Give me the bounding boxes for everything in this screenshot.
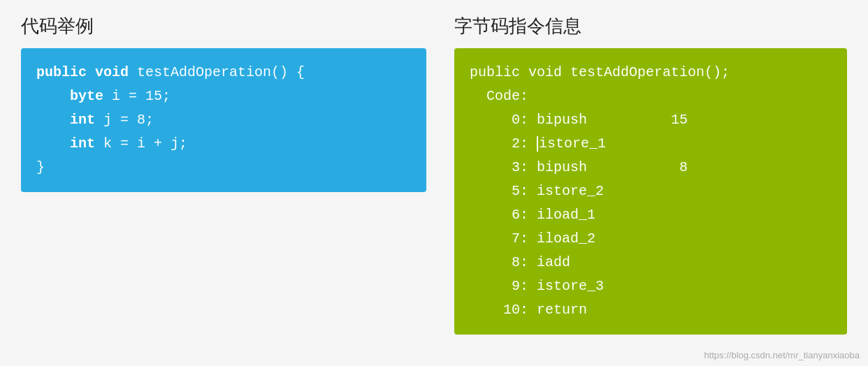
bytecode-line-2: 0: bipush 15	[470, 108, 832, 132]
code-indent	[36, 88, 70, 104]
code-close: }	[36, 159, 45, 175]
code-box: public void testAddOperation() { byte i …	[21, 48, 426, 192]
bytecode-line-6: 6: iload_1	[470, 203, 832, 227]
code-indent2	[36, 112, 70, 128]
kw-int1: int	[70, 112, 95, 128]
bytecode-box: public void testAddOperation(); Code: 0:…	[454, 48, 847, 335]
bytecode-line-4: 3: bipush 8	[470, 156, 832, 180]
code-line-5: }	[36, 156, 411, 180]
code-method-rest: testAddOperation() {	[129, 64, 305, 80]
bytecode-line-5: 5: istore_2	[470, 180, 832, 203]
left-title: 代码举例	[21, 14, 426, 38]
code-line-3: int j = 8;	[36, 108, 411, 132]
code-byte-rest: i = 15;	[103, 88, 171, 104]
bytecode-line-9: 9: istore_3	[470, 274, 832, 298]
kw-byte: byte	[70, 88, 103, 104]
bytecode-line-1: Code:	[470, 85, 832, 108]
code-line-2: byte i = 15;	[36, 85, 411, 108]
code-int1-rest: j = 8;	[95, 112, 154, 128]
right-title: 字节码指令信息	[454, 14, 847, 38]
main-container: 代码举例 public void testAddOperation() { by…	[0, 0, 868, 366]
kw-public-void: public void	[36, 64, 129, 80]
kw-int2: int	[70, 136, 95, 152]
bytecode-line-0: public void testAddOperation();	[470, 61, 832, 85]
code-indent3	[36, 136, 70, 152]
left-panel: 代码举例 public void testAddOperation() { by…	[21, 14, 426, 352]
watermark: https://blog.csdn.net/mr_tianyanxiaoba	[704, 350, 860, 360]
code-line-4: int k = i + j;	[36, 132, 411, 156]
code-int2-rest: k = i + j;	[95, 136, 187, 152]
bytecode-line-10: 10: return	[470, 298, 832, 322]
bytecode-line-7: 7: iload_2	[470, 227, 832, 251]
bytecode-line-3: 2: istore_1	[470, 132, 832, 156]
right-panel: 字节码指令信息 public void testAddOperation(); …	[454, 14, 847, 352]
bytecode-line-8: 8: iadd	[470, 251, 832, 274]
code-line-1: public void testAddOperation() {	[36, 61, 411, 85]
cursor	[537, 136, 538, 152]
